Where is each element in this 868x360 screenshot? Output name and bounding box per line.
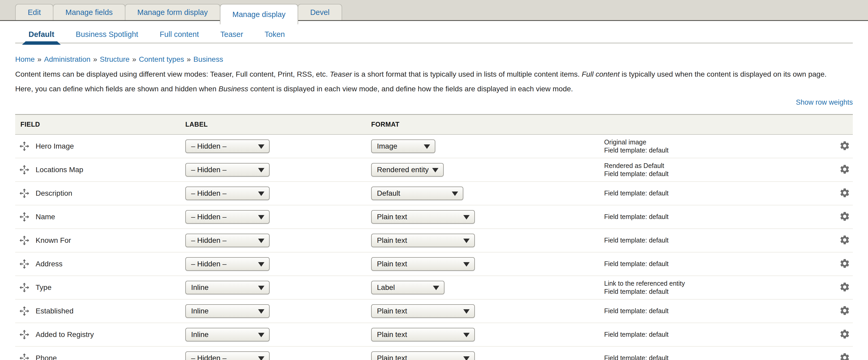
- settings-gear-button[interactable]: [839, 305, 850, 316]
- field-row-locations-map: Locations Map – Hidden – Rendered entity…: [15, 158, 853, 182]
- field-name: Hero Image: [36, 142, 74, 151]
- label-select[interactable]: – Hidden –: [185, 163, 270, 176]
- drag-handle-icon[interactable]: [19, 259, 29, 269]
- breadcrumb-link-content-types[interactable]: Content types: [139, 55, 184, 63]
- drag-handle-icon[interactable]: [19, 283, 29, 293]
- settings-gear-button[interactable]: [839, 140, 850, 151]
- col-header-format: FORMAT: [371, 114, 604, 134]
- field-name: Name: [36, 213, 55, 221]
- label-select[interactable]: – Hidden –: [185, 257, 270, 271]
- format-summary: Original imageField template: default: [604, 134, 827, 158]
- format-summary: Link to the referenced entityField templ…: [604, 276, 827, 299]
- format-select-value: Image: [377, 142, 397, 151]
- breadcrumb-separator: »: [93, 55, 97, 63]
- breadcrumb-link-structure[interactable]: Structure: [100, 55, 130, 63]
- field-row-phone: Phone – Hidden – Plain text Field templa…: [15, 347, 853, 360]
- label-select[interactable]: Inline: [185, 281, 270, 294]
- drag-handle-icon[interactable]: [19, 212, 29, 222]
- fields-table: FIELD LABEL FORMAT Hero Image: [15, 114, 853, 360]
- format-select-value: Plain text: [377, 354, 407, 360]
- primary-tab-manage-form-display[interactable]: Manage form display: [125, 4, 220, 20]
- row-weights-container: Show row weights: [15, 98, 853, 106]
- drag-handle-icon[interactable]: [19, 188, 29, 198]
- primary-tab-devel[interactable]: Devel: [298, 4, 342, 20]
- drag-handle-icon[interactable]: [19, 306, 29, 316]
- field-name: Type: [36, 283, 52, 292]
- breadcrumb-separator: »: [37, 55, 42, 63]
- view-mode-tab-default[interactable]: Default: [22, 26, 61, 43]
- drag-handle-icon[interactable]: [19, 141, 29, 151]
- format-select[interactable]: Label: [371, 281, 444, 294]
- settings-gear-button[interactable]: [839, 329, 850, 339]
- settings-gear-button[interactable]: [839, 187, 850, 198]
- format-select[interactable]: Plain text: [371, 234, 475, 247]
- format-summary: Field template: default: [604, 299, 827, 323]
- primary-tabs-bar: EditManage fieldsManage form displayMana…: [0, 0, 868, 21]
- primary-tab-manage-fields[interactable]: Manage fields: [53, 4, 125, 20]
- format-summary: Field template: default: [604, 205, 827, 229]
- drag-handle-icon[interactable]: [19, 235, 29, 246]
- format-summary: Rendered as DefaultField template: defau…: [604, 158, 827, 182]
- label-select[interactable]: – Hidden –: [185, 210, 270, 224]
- field-row-name: Name – Hidden – Plain text Field templat…: [15, 205, 853, 229]
- view-mode-tab-teaser[interactable]: Teaser: [214, 26, 250, 43]
- description-paragraph-2: Here, you can define which fields are sh…: [15, 85, 853, 93]
- format-select[interactable]: Image: [371, 139, 435, 153]
- drag-handle-icon[interactable]: [19, 330, 29, 339]
- label-select[interactable]: – Hidden –: [185, 139, 270, 153]
- col-header-summary: [604, 114, 827, 134]
- settings-gear-button[interactable]: [839, 282, 850, 293]
- label-select-value: Inline: [191, 307, 209, 315]
- breadcrumb: Home»Administration»Structure»Content ty…: [15, 55, 853, 64]
- label-select[interactable]: – Hidden –: [185, 187, 270, 200]
- format-select[interactable]: Plain text: [371, 257, 475, 271]
- label-select[interactable]: – Hidden –: [185, 234, 270, 247]
- view-mode-tab-token[interactable]: Token: [258, 26, 291, 43]
- label-select[interactable]: Inline: [185, 328, 270, 341]
- field-row-address: Address – Hidden – Plain text Field temp…: [15, 252, 853, 276]
- primary-tab-manage-display[interactable]: Manage display: [220, 4, 298, 24]
- field-row-type: Type Inline Label Link to the referenced…: [15, 276, 853, 299]
- format-select-value: Plain text: [377, 260, 407, 268]
- format-select-value: Default: [377, 189, 400, 198]
- label-select-value: – Hidden –: [191, 213, 226, 221]
- drag-handle-icon[interactable]: [19, 353, 29, 360]
- format-select-value: Plain text: [377, 213, 407, 221]
- label-select-value: Inline: [191, 283, 209, 292]
- format-select[interactable]: Plain text: [371, 304, 475, 318]
- label-select[interactable]: Inline: [185, 304, 270, 318]
- format-select-value: Rendered entity: [377, 166, 429, 174]
- label-select[interactable]: – Hidden –: [185, 351, 270, 360]
- settings-gear-button[interactable]: [839, 352, 850, 360]
- label-select-value: – Hidden –: [191, 260, 226, 268]
- show-row-weights-link[interactable]: Show row weights: [796, 98, 853, 106]
- drag-handle-icon[interactable]: [19, 165, 29, 175]
- breadcrumb-link-home[interactable]: Home: [15, 55, 35, 63]
- label-select-value: – Hidden –: [191, 166, 226, 174]
- format-summary: Field template: default: [604, 323, 827, 347]
- format-select-value: Plain text: [377, 236, 407, 244]
- format-select[interactable]: Plain text: [371, 351, 475, 360]
- settings-gear-button[interactable]: [839, 164, 850, 175]
- view-mode-tabs-bar: DefaultBusiness SpotlightFull contentTea…: [15, 26, 853, 43]
- format-select[interactable]: Default: [371, 187, 463, 200]
- view-mode-tab-full-content[interactable]: Full content: [153, 26, 206, 43]
- breadcrumb-link-administration[interactable]: Administration: [44, 55, 90, 63]
- col-header-settings: [827, 114, 853, 134]
- breadcrumb-link-business[interactable]: Business: [193, 55, 223, 63]
- field-name: Address: [36, 260, 63, 268]
- view-mode-tab-business-spotlight[interactable]: Business Spotlight: [69, 26, 145, 43]
- format-select-value: Label: [377, 283, 395, 292]
- field-row-hero-image: Hero Image – Hidden – Image Original ima…: [15, 134, 853, 158]
- format-select[interactable]: Plain text: [371, 210, 475, 224]
- primary-tab-edit[interactable]: Edit: [15, 4, 53, 20]
- settings-gear-button[interactable]: [839, 234, 850, 246]
- settings-gear-button[interactable]: [839, 211, 850, 222]
- label-select-value: – Hidden –: [191, 354, 226, 360]
- format-select[interactable]: Plain text: [371, 328, 475, 341]
- format-select[interactable]: Rendered entity: [371, 163, 444, 176]
- format-select-value: Plain text: [377, 330, 407, 339]
- field-row-established: Established Inline Plain text Field temp…: [15, 299, 853, 323]
- settings-gear-button[interactable]: [839, 258, 850, 269]
- format-summary: Field template: default: [604, 252, 827, 276]
